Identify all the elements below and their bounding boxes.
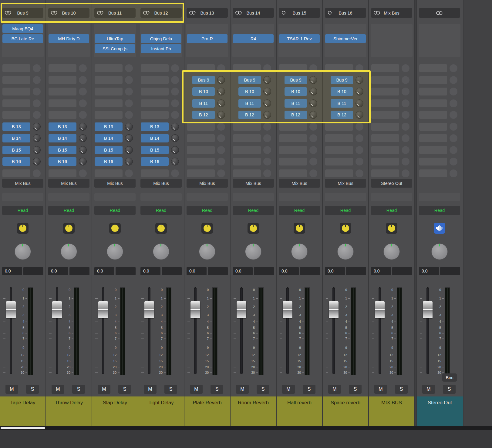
send-slot-empty[interactable] — [233, 169, 261, 177]
send-slot[interactable]: B 11 — [192, 99, 215, 108]
track-icon[interactable] — [155, 223, 167, 234]
send-slot-empty[interactable] — [187, 169, 215, 177]
send-slot[interactable]: Bus 9 — [192, 76, 215, 84]
send-level-knob[interactable] — [217, 88, 225, 95]
send-knob[interactable] — [402, 158, 409, 165]
send-slot-empty[interactable] — [325, 64, 353, 72]
send-slot-empty[interactable] — [419, 134, 447, 142]
track-icon[interactable] — [340, 223, 351, 234]
solo-button[interactable]: S — [257, 385, 269, 394]
send-slot-empty[interactable] — [2, 88, 30, 95]
send-slot-empty[interactable] — [2, 99, 30, 107]
peak-display[interactable] — [23, 267, 43, 275]
send-knob[interactable] — [263, 123, 271, 131]
automation-mode-button[interactable]: Read — [2, 206, 43, 215]
send-slot-empty[interactable] — [233, 158, 261, 165]
mute-button[interactable]: M — [144, 385, 157, 394]
send-knob[interactable] — [402, 146, 409, 154]
send-knob[interactable] — [402, 111, 409, 119]
pan-knob[interactable] — [431, 243, 448, 260]
send-knob[interactable] — [79, 111, 87, 119]
output-routing-button[interactable]: Mix Bus — [325, 179, 366, 188]
send-knob[interactable] — [125, 88, 133, 95]
volume-display[interactable]: 0.0 — [140, 267, 160, 275]
channel-format-button[interactable]: Bus 12 — [140, 8, 182, 18]
volume-display[interactable]: 0.0 — [233, 267, 253, 275]
volume-display[interactable]: 0.0 — [325, 267, 345, 275]
send-slot[interactable]: B 15 — [49, 146, 76, 154]
send-knob[interactable] — [217, 146, 225, 154]
send-knob[interactable] — [79, 99, 87, 107]
send-knob[interactable] — [217, 123, 225, 131]
insert-plugin-slot[interactable]: TSAR-1 Rev — [279, 34, 320, 43]
send-slot-empty[interactable] — [2, 169, 30, 177]
send-slot[interactable]: B 13 — [2, 122, 30, 131]
send-knob[interactable] — [309, 64, 317, 72]
send-slot[interactable]: B 14 — [141, 134, 169, 142]
send-knob[interactable] — [356, 169, 363, 177]
mute-button[interactable]: M — [98, 385, 110, 394]
send-level-knob[interactable] — [263, 88, 271, 95]
send-knob[interactable] — [356, 146, 363, 154]
send-level-knob[interactable] — [309, 76, 317, 84]
send-slot-empty[interactable] — [325, 134, 353, 142]
automation-mode-button[interactable]: Read — [140, 206, 182, 215]
send-slot-empty[interactable] — [325, 158, 353, 165]
send-knob[interactable] — [79, 169, 87, 177]
insert-plugin-slot[interactable]: MH Dirty D — [49, 34, 89, 43]
bounce-button[interactable]: Bnc — [442, 373, 457, 382]
send-slot-empty[interactable] — [279, 158, 307, 165]
track-name[interactable]: Slap Delay — [92, 396, 138, 426]
send-knob[interactable] — [125, 76, 133, 84]
send-knob[interactable] — [171, 99, 179, 107]
send-slot-empty[interactable] — [371, 169, 399, 177]
solo-button[interactable]: S — [395, 385, 408, 394]
send-slot-empty[interactable] — [371, 64, 399, 72]
send-knob[interactable] — [125, 111, 133, 119]
send-slot-empty[interactable] — [371, 158, 399, 165]
mute-button[interactable]: M — [422, 385, 435, 394]
send-slot-empty[interactable] — [419, 169, 447, 177]
send-knob[interactable] — [356, 123, 363, 131]
send-slot-empty[interactable] — [2, 111, 30, 119]
track-name[interactable]: Tape Delay — [0, 396, 45, 426]
automation-mode-button[interactable]: Read — [325, 206, 366, 215]
mute-button[interactable]: M — [328, 385, 341, 394]
send-level-knob[interactable] — [217, 99, 225, 107]
send-knob[interactable] — [263, 134, 271, 142]
send-slot[interactable]: B 14 — [95, 134, 123, 142]
send-slot-empty[interactable] — [279, 123, 307, 131]
send-slot-empty[interactable] — [95, 76, 123, 84]
horizontal-scrollbar-track[interactable] — [0, 426, 492, 430]
fader-track[interactable] — [56, 287, 58, 374]
peak-display[interactable] — [254, 267, 274, 275]
send-level-knob[interactable] — [79, 123, 87, 131]
send-slot-empty[interactable] — [279, 134, 307, 142]
volume-fader[interactable] — [329, 301, 339, 318]
send-knob[interactable] — [79, 64, 87, 72]
send-level-knob[interactable] — [263, 99, 271, 107]
send-knob[interactable] — [309, 158, 317, 165]
send-knob[interactable] — [125, 64, 133, 72]
send-slot[interactable]: B 10 — [331, 87, 353, 96]
send-level-knob[interactable] — [125, 158, 133, 165]
fader-track[interactable] — [102, 287, 104, 374]
track-name[interactable]: Room Reverb — [231, 396, 276, 426]
send-slot[interactable]: B 16 — [2, 157, 30, 166]
send-slot-empty[interactable] — [371, 76, 399, 84]
send-knob[interactable] — [125, 169, 133, 177]
send-level-knob[interactable] — [356, 99, 363, 107]
track-icon[interactable] — [434, 223, 445, 234]
send-knob[interactable] — [356, 64, 363, 72]
send-knob[interactable] — [171, 76, 179, 84]
send-slot-empty[interactable] — [371, 134, 399, 142]
send-slot-empty[interactable] — [95, 88, 123, 95]
send-knob[interactable] — [33, 99, 41, 107]
send-slot-empty[interactable] — [49, 111, 76, 119]
send-slot[interactable]: B 11 — [331, 99, 353, 108]
send-level-knob[interactable] — [125, 146, 133, 154]
send-slot[interactable]: B 15 — [141, 146, 169, 154]
volume-fader[interactable] — [423, 301, 433, 318]
send-knob[interactable] — [402, 169, 409, 177]
send-knob[interactable] — [263, 64, 271, 72]
